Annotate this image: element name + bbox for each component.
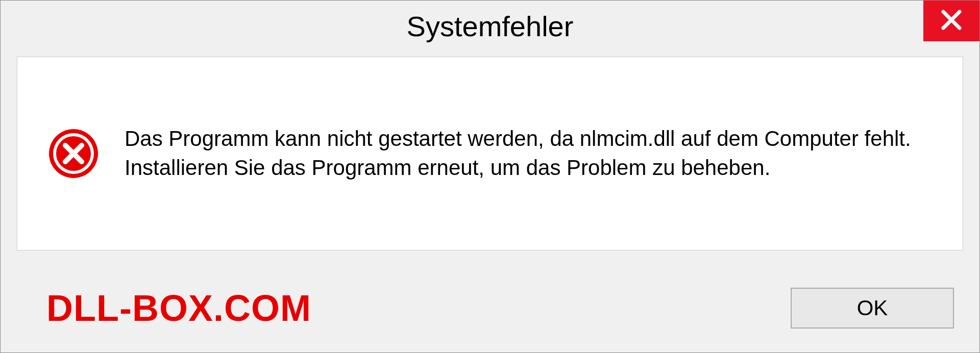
titlebar: Systemfehler [1,1,979,52]
error-icon [48,128,99,179]
close-icon [940,9,963,33]
dialog-footer: DLL-BOX.COM OK [1,263,979,352]
ok-button[interactable]: OK [791,288,954,329]
close-button[interactable] [923,1,979,41]
error-message: Das Programm kann nicht gestartet werden… [125,124,932,182]
message-panel: Das Programm kann nicht gestartet werden… [17,57,963,250]
watermark-text: DLL-BOX.COM [46,287,311,329]
dialog-title: Systemfehler [407,10,574,43]
